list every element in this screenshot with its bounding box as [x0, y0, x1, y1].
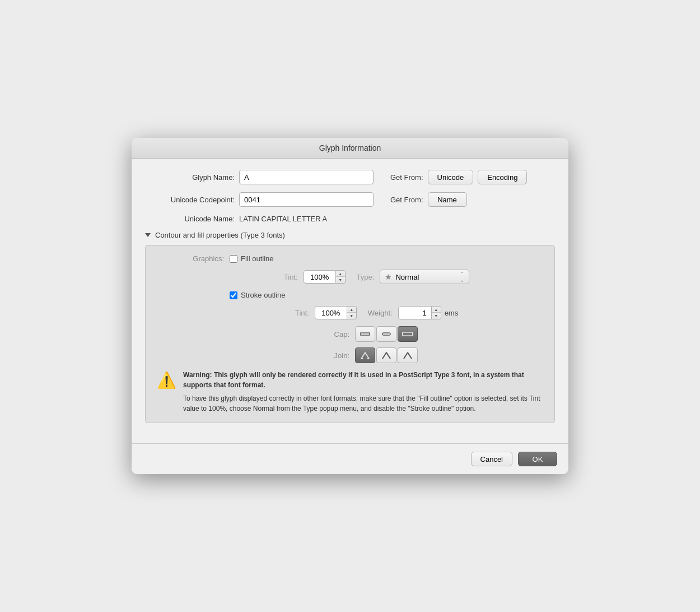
warning-text-block: Warning: This glyph will only be rendere…: [183, 370, 543, 414]
graphics-label: Graphics:: [157, 254, 224, 263]
unicode-name-value: LATIN CAPITAL LETTER A: [239, 215, 327, 223]
fill-tint-label: Tint:: [231, 273, 298, 281]
glyph-name-input[interactable]: [239, 170, 374, 184]
stroke-outline-checkbox[interactable]: [230, 291, 237, 299]
fill-outline-checkbox[interactable]: [230, 255, 237, 263]
glyph-info-dialog: Glyph Information Glyph Name: Get From: …: [132, 138, 568, 474]
section-header: Contour and fill properties (Type 3 font…: [145, 231, 555, 239]
weight-up-button[interactable]: ▲: [432, 307, 441, 313]
cap-round-button[interactable]: [376, 326, 396, 342]
fill-tint-down-button[interactable]: ▼: [336, 277, 345, 283]
section-label: Contour and fill properties (Type 3 font…: [155, 231, 285, 239]
glyph-name-row: Glyph Name: Get From: Unicode Encoding: [145, 170, 555, 184]
weight-input[interactable]: [398, 306, 432, 319]
join-row: Join:: [157, 347, 543, 363]
fill-tint-spinner: ▲ ▼: [304, 270, 346, 284]
dialog-body: Glyph Name: Get From: Unicode Encoding U…: [132, 159, 568, 443]
name-button[interactable]: Name: [428, 192, 467, 207]
warning-box: ⚠️ Warning: This glyph will only be rend…: [157, 370, 543, 414]
weight-spinner-buttons: ▲ ▼: [432, 306, 441, 319]
unicode-button[interactable]: Unicode: [428, 170, 474, 184]
fill-tint-spinner-buttons: ▲ ▼: [336, 270, 346, 284]
fill-outline-label[interactable]: Fill outline: [230, 254, 274, 263]
weight-spinner: ▲ ▼: [398, 306, 441, 319]
unicode-codepoint-input[interactable]: [239, 192, 374, 207]
contour-fill-panel: Graphics: Fill outline Tint: ▲ ▼ Type:: [145, 245, 555, 423]
stroke-tint-up-button[interactable]: ▲: [347, 307, 356, 313]
join-icon-group: [355, 347, 418, 363]
dialog-titlebar: Glyph Information: [132, 138, 568, 159]
type-select[interactable]: ★ Normal ⌃⌄: [380, 270, 469, 284]
svg-rect-2: [403, 332, 413, 336]
unicode-codepoint-label: Unicode Codepoint:: [145, 196, 235, 204]
dialog-title: Glyph Information: [319, 143, 381, 152]
stroke-tint-weight-row: Tint: ▲ ▼ Weight: ▲ ▼ ems: [157, 306, 543, 319]
join-label: Join:: [282, 351, 349, 360]
type-chevron-icon: ⌃⌄: [460, 271, 464, 283]
ok-button[interactable]: OK: [518, 452, 557, 466]
join-bevel-button[interactable]: [398, 347, 418, 363]
cap-icon-group: [355, 326, 418, 342]
cap-label: Cap:: [282, 330, 349, 339]
weight-down-button[interactable]: ▼: [432, 313, 441, 319]
svg-rect-1: [382, 333, 390, 335]
cancel-button[interactable]: Cancel: [471, 452, 512, 466]
warning-icon: ⚠️: [157, 371, 176, 390]
unicode-name-label: Unicode Name:: [145, 215, 235, 223]
encoding-button[interactable]: Encoding: [478, 170, 527, 184]
fill-tint-up-button[interactable]: ▲: [336, 271, 345, 277]
ems-label: ems: [445, 309, 459, 317]
stroke-outline-label[interactable]: Stroke outline: [230, 291, 286, 299]
warning-bold-text: Warning: This glyph will only be rendere…: [183, 370, 543, 390]
cap-square-button[interactable]: [398, 326, 418, 342]
graphics-row: Graphics: Fill outline: [157, 254, 543, 263]
stroke-tint-input[interactable]: [315, 306, 347, 319]
get-from-name-label: Get From:: [390, 196, 423, 204]
star-icon: ★: [385, 272, 392, 281]
type-select-content: ★ Normal: [385, 272, 419, 281]
stroke-outline-row: Stroke outline: [157, 291, 543, 299]
glyph-name-label: Glyph Name:: [145, 173, 235, 182]
warning-body-text: To have this glyph displayed correctly i…: [183, 393, 543, 414]
section-toggle-icon[interactable]: [145, 233, 151, 237]
stroke-tint-spinner: ▲ ▼: [315, 306, 357, 319]
stroke-tint-label: Tint:: [242, 309, 309, 317]
dialog-footer: Cancel OK: [132, 443, 568, 474]
join-round-button[interactable]: [376, 347, 396, 363]
join-miter-button[interactable]: [355, 347, 375, 363]
get-from-group-unicode: Get From: Unicode Encoding: [390, 170, 527, 184]
get-from-unicode-label: Get From:: [390, 173, 423, 182]
stroke-tint-spinner-buttons: ▲ ▼: [347, 306, 357, 319]
unicode-codepoint-row: Unicode Codepoint: Get From: Name: [145, 192, 555, 207]
cap-butt-button[interactable]: [355, 326, 375, 342]
svg-rect-0: [361, 333, 370, 335]
get-from-group-name: Get From: Name: [390, 192, 467, 207]
type-select-value: Normal: [395, 273, 419, 281]
type-label: Type:: [357, 273, 375, 281]
unicode-name-row: Unicode Name: LATIN CAPITAL LETTER A: [145, 215, 555, 223]
cap-row: Cap:: [157, 326, 543, 342]
weight-label: Weight:: [368, 309, 393, 317]
tint-type-row: Tint: ▲ ▼ Type: ★ Normal ⌃⌄: [157, 270, 543, 284]
stroke-tint-down-button[interactable]: ▼: [347, 313, 356, 319]
fill-tint-input[interactable]: [304, 270, 336, 284]
